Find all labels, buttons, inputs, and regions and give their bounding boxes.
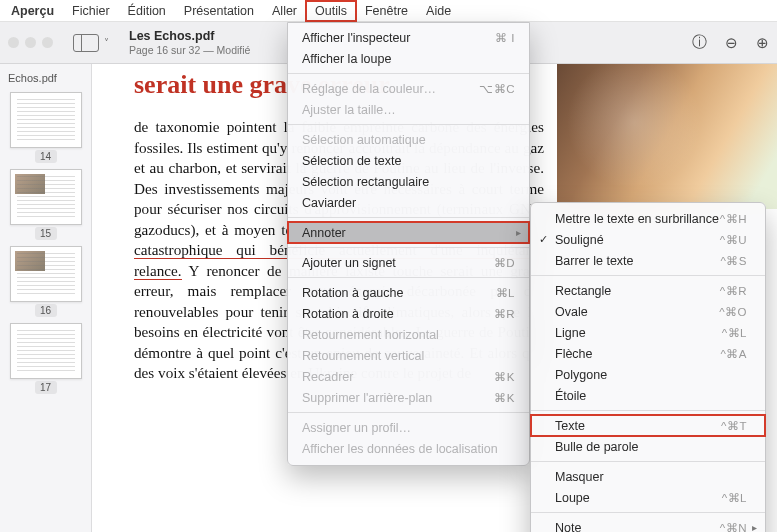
chevron-down-icon: ˅ xyxy=(104,37,109,48)
annoter-item[interactable]: Texte^⌘T xyxy=(531,415,765,436)
chevron-right-icon: ▸ xyxy=(516,227,521,238)
tools-item[interactable]: Sélection rectangulaire xyxy=(288,171,529,192)
thumb-num: 17 xyxy=(35,381,57,394)
minimize-dot-icon[interactable] xyxy=(25,37,36,48)
menu-outils[interactable]: Outils xyxy=(306,1,356,21)
tools-dropdown[interactable]: Afficher l'inspecteur⌘ IAfficher la loup… xyxy=(287,22,530,466)
sidebar-icon xyxy=(73,34,99,52)
tools-item: Retournement vertical xyxy=(288,345,529,366)
thumb-num: 15 xyxy=(35,227,57,240)
annoter-item[interactable]: Loupe^⌘L xyxy=(531,487,765,508)
tools-item: Retournement horizontal xyxy=(288,324,529,345)
tools-item: Recadrer⌘K xyxy=(288,366,529,387)
document-title-block: Les Echos.pdf Page 16 sur 32 — Modifié xyxy=(129,29,250,57)
annoter-item[interactable]: Masquer xyxy=(531,466,765,487)
thumb-num: 16 xyxy=(35,304,57,317)
menu-aide[interactable]: Aide xyxy=(417,1,460,21)
thumb-17[interactable]: 17 xyxy=(10,323,82,394)
zoom-out-icon[interactable]: ⊖ xyxy=(725,34,738,52)
menu-fichier[interactable]: Fichier xyxy=(63,1,119,21)
document-subtitle: Page 16 sur 32 — Modifié xyxy=(129,44,250,57)
thumbnail-sidebar[interactable]: Echos.pdf 14 15 16 17 xyxy=(0,64,92,532)
info-icon[interactable]: ⓘ xyxy=(692,33,707,52)
document-title: Les Echos.pdf xyxy=(129,29,250,44)
annoter-item[interactable]: Polygone xyxy=(531,364,765,385)
tools-item[interactable]: Ajouter un signet⌘D xyxy=(288,252,529,273)
sidebar-filename: Echos.pdf xyxy=(8,72,83,84)
thumb-16[interactable]: 16 xyxy=(10,246,82,317)
close-dot-icon[interactable] xyxy=(8,37,19,48)
chevron-right-icon: ▸ xyxy=(752,522,757,532)
tools-item[interactable]: Afficher la loupe xyxy=(288,48,529,69)
menu-apercu[interactable]: Aperçu xyxy=(2,1,63,21)
menu-aller[interactable]: Aller xyxy=(263,1,306,21)
menu-bar: Aperçu Fichier Édition Présentation Alle… xyxy=(0,0,777,22)
annoter-submenu[interactable]: Mettre le texte en surbrillance^⌘H✓Souli… xyxy=(530,202,766,532)
window-controls[interactable] xyxy=(8,37,53,48)
annoter-item[interactable]: Rectangle^⌘R xyxy=(531,280,765,301)
thumb-num: 14 xyxy=(35,150,57,163)
annoter-item[interactable]: ✓Souligné^⌘U xyxy=(531,229,765,250)
tools-item[interactable]: Sélection de texte xyxy=(288,150,529,171)
tools-item: Afficher les données de localisation xyxy=(288,438,529,459)
thumb-14[interactable]: 14 xyxy=(10,92,82,163)
tools-item: Assigner un profil… xyxy=(288,417,529,438)
sidebar-toggle[interactable]: ˅ xyxy=(73,34,109,52)
tools-item: Réglage de la couleur…⌥⌘C xyxy=(288,78,529,99)
check-icon: ✓ xyxy=(539,233,548,246)
annoter-item[interactable]: Barrer le texte^⌘S xyxy=(531,250,765,271)
tools-item: Supprimer l'arrière-plan⌘K xyxy=(288,387,529,408)
zoom-dot-icon[interactable] xyxy=(42,37,53,48)
annoter-item[interactable]: Ovale^⌘O xyxy=(531,301,765,322)
tools-item: Ajuster la taille… xyxy=(288,99,529,120)
annoter-item[interactable]: Flèche^⌘A xyxy=(531,343,765,364)
article-photo xyxy=(557,64,777,209)
menu-edition[interactable]: Édition xyxy=(119,1,175,21)
tools-item[interactable]: Afficher l'inspecteur⌘ I xyxy=(288,27,529,48)
tools-item[interactable]: Rotation à droite⌘R xyxy=(288,303,529,324)
tools-item[interactable]: Annoter▸ xyxy=(288,222,529,243)
tools-item[interactable]: Rotation à gauche⌘L xyxy=(288,282,529,303)
zoom-in-icon[interactable]: ⊕ xyxy=(756,34,769,52)
tools-item: Sélection automatique xyxy=(288,129,529,150)
menu-fenetre[interactable]: Fenêtre xyxy=(356,1,417,21)
menu-presentation[interactable]: Présentation xyxy=(175,1,263,21)
annoter-item[interactable]: Note^⌘N▸ xyxy=(531,517,765,532)
annoter-item[interactable]: Ligne^⌘L xyxy=(531,322,765,343)
thumb-15[interactable]: 15 xyxy=(10,169,82,240)
annoter-item[interactable]: Bulle de parole xyxy=(531,436,765,457)
annoter-item[interactable]: Étoile xyxy=(531,385,765,406)
tools-item[interactable]: Caviarder xyxy=(288,192,529,213)
annoter-item[interactable]: Mettre le texte en surbrillance^⌘H xyxy=(531,208,765,229)
